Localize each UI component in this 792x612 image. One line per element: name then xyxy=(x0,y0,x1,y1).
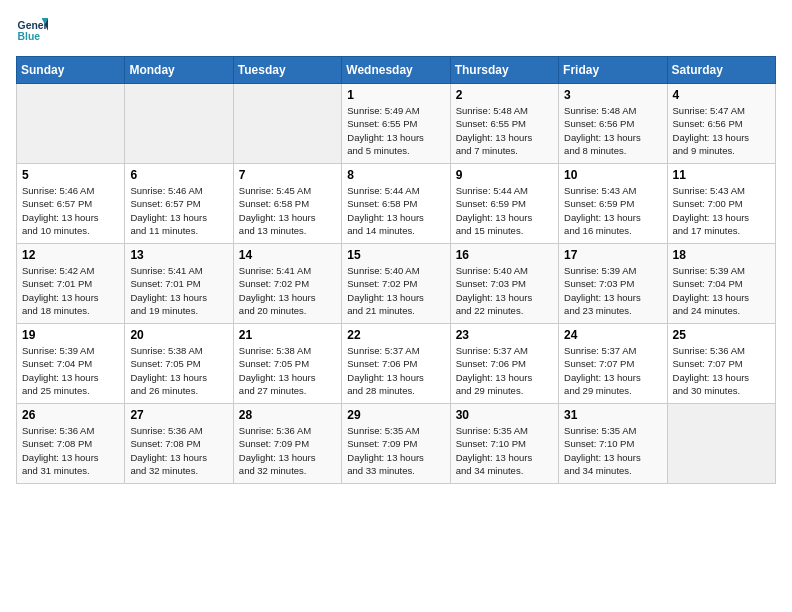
calendar-week-row: 19Sunrise: 5:39 AMSunset: 7:04 PMDayligh… xyxy=(17,324,776,404)
day-number: 8 xyxy=(347,168,444,182)
calendar-cell: 15Sunrise: 5:40 AMSunset: 7:02 PMDayligh… xyxy=(342,244,450,324)
calendar-cell: 23Sunrise: 5:37 AMSunset: 7:06 PMDayligh… xyxy=(450,324,558,404)
calendar-cell: 1Sunrise: 5:49 AMSunset: 6:55 PMDaylight… xyxy=(342,84,450,164)
day-info: Sunrise: 5:38 AMSunset: 7:05 PMDaylight:… xyxy=(130,344,227,397)
day-info: Sunrise: 5:35 AMSunset: 7:09 PMDaylight:… xyxy=(347,424,444,477)
day-info: Sunrise: 5:35 AMSunset: 7:10 PMDaylight:… xyxy=(456,424,553,477)
day-number: 11 xyxy=(673,168,770,182)
day-info: Sunrise: 5:41 AMSunset: 7:02 PMDaylight:… xyxy=(239,264,336,317)
calendar-cell: 17Sunrise: 5:39 AMSunset: 7:03 PMDayligh… xyxy=(559,244,667,324)
day-number: 13 xyxy=(130,248,227,262)
calendar-cell: 26Sunrise: 5:36 AMSunset: 7:08 PMDayligh… xyxy=(17,404,125,484)
calendar-cell: 2Sunrise: 5:48 AMSunset: 6:55 PMDaylight… xyxy=(450,84,558,164)
day-info: Sunrise: 5:43 AMSunset: 6:59 PMDaylight:… xyxy=(564,184,661,237)
calendar-cell: 31Sunrise: 5:35 AMSunset: 7:10 PMDayligh… xyxy=(559,404,667,484)
day-number: 5 xyxy=(22,168,119,182)
day-number: 31 xyxy=(564,408,661,422)
day-number: 27 xyxy=(130,408,227,422)
calendar-cell: 21Sunrise: 5:38 AMSunset: 7:05 PMDayligh… xyxy=(233,324,341,404)
svg-text:Blue: Blue xyxy=(18,31,41,42)
calendar-week-row: 1Sunrise: 5:49 AMSunset: 6:55 PMDaylight… xyxy=(17,84,776,164)
day-number: 12 xyxy=(22,248,119,262)
day-number: 3 xyxy=(564,88,661,102)
day-number: 23 xyxy=(456,328,553,342)
calendar-cell: 14Sunrise: 5:41 AMSunset: 7:02 PMDayligh… xyxy=(233,244,341,324)
day-info: Sunrise: 5:45 AMSunset: 6:58 PMDaylight:… xyxy=(239,184,336,237)
calendar-cell: 25Sunrise: 5:36 AMSunset: 7:07 PMDayligh… xyxy=(667,324,775,404)
calendar-cell: 19Sunrise: 5:39 AMSunset: 7:04 PMDayligh… xyxy=(17,324,125,404)
day-info: Sunrise: 5:47 AMSunset: 6:56 PMDaylight:… xyxy=(673,104,770,157)
day-info: Sunrise: 5:36 AMSunset: 7:09 PMDaylight:… xyxy=(239,424,336,477)
day-number: 21 xyxy=(239,328,336,342)
day-info: Sunrise: 5:36 AMSunset: 7:07 PMDaylight:… xyxy=(673,344,770,397)
weekday-header-monday: Monday xyxy=(125,57,233,84)
calendar-cell: 3Sunrise: 5:48 AMSunset: 6:56 PMDaylight… xyxy=(559,84,667,164)
day-info: Sunrise: 5:46 AMSunset: 6:57 PMDaylight:… xyxy=(22,184,119,237)
day-info: Sunrise: 5:44 AMSunset: 6:58 PMDaylight:… xyxy=(347,184,444,237)
calendar-cell: 6Sunrise: 5:46 AMSunset: 6:57 PMDaylight… xyxy=(125,164,233,244)
day-number: 18 xyxy=(673,248,770,262)
day-info: Sunrise: 5:49 AMSunset: 6:55 PMDaylight:… xyxy=(347,104,444,157)
logo: General Blue xyxy=(16,16,52,44)
day-number: 25 xyxy=(673,328,770,342)
day-number: 22 xyxy=(347,328,444,342)
calendar-cell: 10Sunrise: 5:43 AMSunset: 6:59 PMDayligh… xyxy=(559,164,667,244)
calendar-cell: 9Sunrise: 5:44 AMSunset: 6:59 PMDaylight… xyxy=(450,164,558,244)
day-info: Sunrise: 5:36 AMSunset: 7:08 PMDaylight:… xyxy=(130,424,227,477)
day-info: Sunrise: 5:41 AMSunset: 7:01 PMDaylight:… xyxy=(130,264,227,317)
calendar-week-row: 12Sunrise: 5:42 AMSunset: 7:01 PMDayligh… xyxy=(17,244,776,324)
day-number: 10 xyxy=(564,168,661,182)
day-number: 30 xyxy=(456,408,553,422)
day-info: Sunrise: 5:48 AMSunset: 6:56 PMDaylight:… xyxy=(564,104,661,157)
calendar-cell: 20Sunrise: 5:38 AMSunset: 7:05 PMDayligh… xyxy=(125,324,233,404)
svg-text:General: General xyxy=(18,20,48,31)
weekday-header-thursday: Thursday xyxy=(450,57,558,84)
day-number: 14 xyxy=(239,248,336,262)
day-info: Sunrise: 5:42 AMSunset: 7:01 PMDaylight:… xyxy=(22,264,119,317)
calendar-cell: 18Sunrise: 5:39 AMSunset: 7:04 PMDayligh… xyxy=(667,244,775,324)
day-info: Sunrise: 5:36 AMSunset: 7:08 PMDaylight:… xyxy=(22,424,119,477)
day-number: 15 xyxy=(347,248,444,262)
calendar-cell xyxy=(667,404,775,484)
calendar-cell xyxy=(17,84,125,164)
day-info: Sunrise: 5:44 AMSunset: 6:59 PMDaylight:… xyxy=(456,184,553,237)
calendar-cell: 22Sunrise: 5:37 AMSunset: 7:06 PMDayligh… xyxy=(342,324,450,404)
day-number: 29 xyxy=(347,408,444,422)
calendar-week-row: 5Sunrise: 5:46 AMSunset: 6:57 PMDaylight… xyxy=(17,164,776,244)
calendar-cell: 7Sunrise: 5:45 AMSunset: 6:58 PMDaylight… xyxy=(233,164,341,244)
calendar-cell: 28Sunrise: 5:36 AMSunset: 7:09 PMDayligh… xyxy=(233,404,341,484)
day-number: 20 xyxy=(130,328,227,342)
day-info: Sunrise: 5:43 AMSunset: 7:00 PMDaylight:… xyxy=(673,184,770,237)
calendar-cell: 13Sunrise: 5:41 AMSunset: 7:01 PMDayligh… xyxy=(125,244,233,324)
calendar-cell: 29Sunrise: 5:35 AMSunset: 7:09 PMDayligh… xyxy=(342,404,450,484)
weekday-header-tuesday: Tuesday xyxy=(233,57,341,84)
calendar-cell: 27Sunrise: 5:36 AMSunset: 7:08 PMDayligh… xyxy=(125,404,233,484)
day-number: 16 xyxy=(456,248,553,262)
calendar-cell: 8Sunrise: 5:44 AMSunset: 6:58 PMDaylight… xyxy=(342,164,450,244)
day-info: Sunrise: 5:48 AMSunset: 6:55 PMDaylight:… xyxy=(456,104,553,157)
day-number: 19 xyxy=(22,328,119,342)
day-number: 4 xyxy=(673,88,770,102)
day-number: 26 xyxy=(22,408,119,422)
calendar-cell: 30Sunrise: 5:35 AMSunset: 7:10 PMDayligh… xyxy=(450,404,558,484)
day-info: Sunrise: 5:40 AMSunset: 7:03 PMDaylight:… xyxy=(456,264,553,317)
page-header: General Blue xyxy=(16,16,776,44)
day-number: 24 xyxy=(564,328,661,342)
calendar-cell: 12Sunrise: 5:42 AMSunset: 7:01 PMDayligh… xyxy=(17,244,125,324)
day-info: Sunrise: 5:40 AMSunset: 7:02 PMDaylight:… xyxy=(347,264,444,317)
calendar-table: SundayMondayTuesdayWednesdayThursdayFrid… xyxy=(16,56,776,484)
day-number: 1 xyxy=(347,88,444,102)
calendar-cell: 16Sunrise: 5:40 AMSunset: 7:03 PMDayligh… xyxy=(450,244,558,324)
day-number: 28 xyxy=(239,408,336,422)
calendar-week-row: 26Sunrise: 5:36 AMSunset: 7:08 PMDayligh… xyxy=(17,404,776,484)
weekday-header-wednesday: Wednesday xyxy=(342,57,450,84)
day-info: Sunrise: 5:39 AMSunset: 7:04 PMDaylight:… xyxy=(673,264,770,317)
weekday-header-sunday: Sunday xyxy=(17,57,125,84)
calendar-cell: 5Sunrise: 5:46 AMSunset: 6:57 PMDaylight… xyxy=(17,164,125,244)
day-number: 9 xyxy=(456,168,553,182)
weekday-header-saturday: Saturday xyxy=(667,57,775,84)
calendar-cell: 4Sunrise: 5:47 AMSunset: 6:56 PMDaylight… xyxy=(667,84,775,164)
day-info: Sunrise: 5:37 AMSunset: 7:06 PMDaylight:… xyxy=(347,344,444,397)
day-info: Sunrise: 5:38 AMSunset: 7:05 PMDaylight:… xyxy=(239,344,336,397)
day-info: Sunrise: 5:46 AMSunset: 6:57 PMDaylight:… xyxy=(130,184,227,237)
